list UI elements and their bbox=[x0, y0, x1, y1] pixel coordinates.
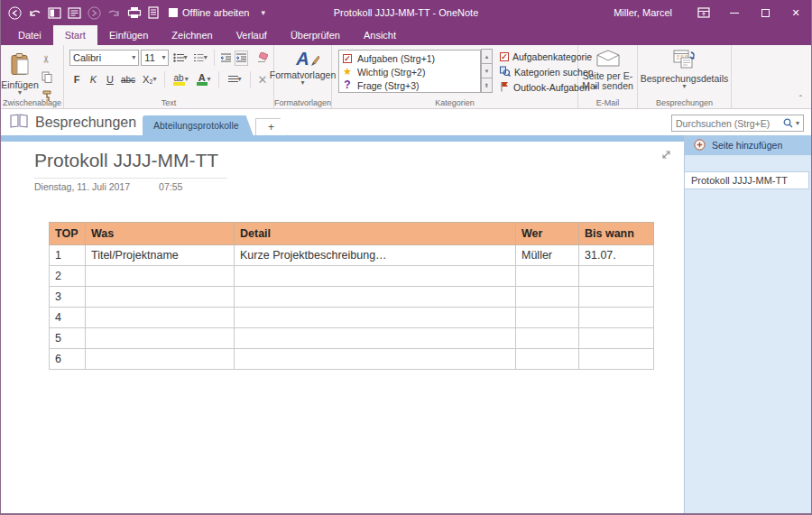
cut-button[interactable]: ✂ bbox=[39, 51, 55, 67]
increase-indent-button[interactable] bbox=[235, 51, 248, 66]
table-row[interactable]: 6 bbox=[50, 349, 654, 370]
table-cell[interactable] bbox=[516, 328, 579, 349]
qat-menu-icon[interactable]: ▾ bbox=[261, 8, 265, 17]
undo-icon[interactable] bbox=[28, 7, 42, 19]
minimize-button[interactable] bbox=[719, 0, 750, 25]
copy-button[interactable] bbox=[39, 70, 55, 86]
table-cell[interactable]: Titel/Projektname bbox=[86, 245, 235, 266]
table-cell[interactable] bbox=[516, 266, 579, 287]
full-page-view-icon[interactable] bbox=[68, 7, 81, 19]
table-cell[interactable] bbox=[86, 308, 235, 328]
table-cell[interactable] bbox=[579, 328, 654, 349]
table-cell[interactable] bbox=[516, 349, 579, 370]
font-size-select[interactable]: 11 ▾ bbox=[141, 50, 169, 66]
table-row[interactable]: 4 bbox=[50, 308, 654, 328]
table-cell[interactable]: 31.07. bbox=[579, 245, 654, 266]
tab-ansicht[interactable]: Ansicht bbox=[352, 25, 408, 45]
dock-to-desktop-icon[interactable] bbox=[48, 7, 61, 19]
back-icon[interactable] bbox=[8, 6, 22, 20]
font-color-button[interactable]: A ▾ bbox=[193, 72, 215, 87]
table-cell[interactable] bbox=[516, 287, 579, 308]
table-cell[interactable]: 4 bbox=[50, 308, 86, 328]
table-row[interactable]: 5 bbox=[50, 328, 654, 349]
underline-button[interactable]: U bbox=[103, 72, 117, 87]
table-row[interactable]: 1 Titel/Projektname Kurze Projektbeschre… bbox=[50, 245, 654, 266]
tag-wichtig[interactable]: ★ Wichtig (Strg+2) bbox=[339, 65, 480, 78]
user-name[interactable]: Miller, Marcel bbox=[614, 7, 672, 18]
tab-start[interactable]: Start bbox=[53, 25, 97, 45]
italic-button[interactable]: K bbox=[86, 72, 100, 87]
bullet-list-button[interactable]: ▾ bbox=[171, 51, 189, 66]
table-cell[interactable] bbox=[86, 266, 235, 287]
tab-einfuegen[interactable]: Einfügen bbox=[97, 25, 160, 45]
page-title[interactable]: Protokoll JJJJ-MM-TT bbox=[34, 150, 227, 179]
protocol-table[interactable]: TOP Was Detail Wer Bis wann 1 Titel/Proj… bbox=[49, 222, 654, 370]
table-cell[interactable] bbox=[579, 266, 654, 287]
tab-datei[interactable]: Datei bbox=[6, 25, 53, 45]
decrease-indent-button[interactable] bbox=[219, 51, 233, 66]
print-icon[interactable] bbox=[127, 6, 142, 19]
table-cell[interactable]: 2 bbox=[50, 266, 86, 287]
table-cell[interactable] bbox=[86, 349, 235, 370]
notebook-dropdown[interactable]: Besprechungen ▾ bbox=[10, 114, 148, 132]
print-preview-icon[interactable] bbox=[148, 6, 159, 19]
clear-formatting-button[interactable] bbox=[255, 51, 270, 66]
subscript-button[interactable]: X₂ ▾ bbox=[139, 72, 161, 87]
meeting-details-button[interactable]: Besprechungsdetails ▾ bbox=[638, 45, 731, 96]
table-cell[interactable]: 3 bbox=[50, 287, 86, 308]
new-section-tab[interactable]: + bbox=[255, 118, 288, 135]
table-cell[interactable]: 1 bbox=[50, 245, 86, 266]
offline-toggle[interactable]: Offline arbeiten bbox=[169, 7, 249, 18]
section-tab-abteilungsprotokolle[interactable]: Abteilungsprotokolle bbox=[143, 115, 254, 135]
table-row[interactable]: 2 bbox=[50, 266, 654, 287]
tag-gallery-more-button[interactable]: ⇟ bbox=[481, 78, 493, 93]
tag-scroll-down-button[interactable]: ▾ bbox=[481, 63, 493, 78]
strikethrough-button[interactable]: abc bbox=[119, 72, 137, 87]
table-row[interactable]: 3 bbox=[50, 287, 654, 308]
tag-scroll-up-button[interactable]: ▴ bbox=[481, 49, 493, 64]
table-cell[interactable]: 5 bbox=[50, 328, 86, 349]
table-cell[interactable] bbox=[579, 349, 654, 370]
tag-aufgaben[interactable]: ✓ Aufgaben (Strg+1) bbox=[339, 51, 480, 65]
table-cell[interactable] bbox=[235, 266, 516, 287]
table-cell[interactable]: 6 bbox=[50, 349, 86, 370]
table-cell[interactable] bbox=[235, 308, 516, 328]
table-cell[interactable]: Müller bbox=[516, 245, 579, 266]
envelope-icon bbox=[596, 50, 620, 69]
flag-icon bbox=[500, 81, 510, 94]
numbered-list-button[interactable]: ▾ bbox=[191, 51, 209, 66]
search-scope-caret-icon[interactable]: ▾ bbox=[796, 121, 799, 126]
collapse-ribbon-button[interactable]: ˆ bbox=[799, 95, 802, 105]
table-cell[interactable] bbox=[235, 349, 516, 370]
bold-button[interactable]: F bbox=[69, 72, 84, 87]
table-cell[interactable] bbox=[579, 308, 654, 328]
page-list-item-selected[interactable]: Protokoll JJJJ-MM-TT bbox=[685, 171, 809, 189]
paste-button[interactable]: Einfügen ▾ bbox=[1, 49, 39, 99]
table-cell[interactable]: Kurze Projektbeschreibung… bbox=[235, 245, 516, 266]
table-cell[interactable] bbox=[579, 287, 654, 308]
expand-page-icon[interactable] bbox=[661, 147, 671, 163]
tab-ueberpruefen[interactable]: Überprüfen bbox=[279, 25, 352, 45]
tag-frage[interactable]: ? Frage (Strg+3) bbox=[339, 78, 480, 92]
onenote-window: Offline arbeiten ▾ Protokoll JJJJ-MM-TT … bbox=[0, 0, 812, 515]
table-cell[interactable] bbox=[516, 308, 579, 328]
table-cell[interactable] bbox=[86, 328, 235, 349]
search-box[interactable]: ▾ bbox=[671, 115, 804, 132]
maximize-button[interactable] bbox=[750, 0, 780, 25]
search-input[interactable] bbox=[676, 118, 783, 129]
ribbon-display-options-icon[interactable] bbox=[688, 0, 719, 25]
delete-button[interactable]: ✕ bbox=[255, 72, 270, 87]
highlight-button[interactable]: ab ▾ bbox=[170, 72, 191, 87]
tab-zeichnen[interactable]: Zeichnen bbox=[160, 25, 224, 45]
table-cell[interactable] bbox=[86, 287, 235, 308]
styles-button[interactable]: A Formatvorlagen ▾ bbox=[274, 45, 331, 96]
table-cell[interactable] bbox=[235, 328, 516, 349]
close-button[interactable]: ✕ bbox=[780, 0, 811, 25]
tab-verlauf[interactable]: Verlauf bbox=[225, 25, 279, 45]
font-name-select[interactable]: Calibri ▾ bbox=[69, 50, 139, 66]
add-page-button[interactable]: Seite hinzufügen bbox=[685, 135, 812, 155]
table-cell[interactable] bbox=[235, 287, 516, 308]
page-canvas[interactable]: Protokoll JJJJ-MM-TT Dienstag, 11. Juli … bbox=[1, 142, 684, 513]
paragraph-alignment-button[interactable]: ▾ bbox=[224, 72, 245, 87]
email-page-button[interactable]: Seite per E- Mail senden bbox=[578, 45, 637, 96]
